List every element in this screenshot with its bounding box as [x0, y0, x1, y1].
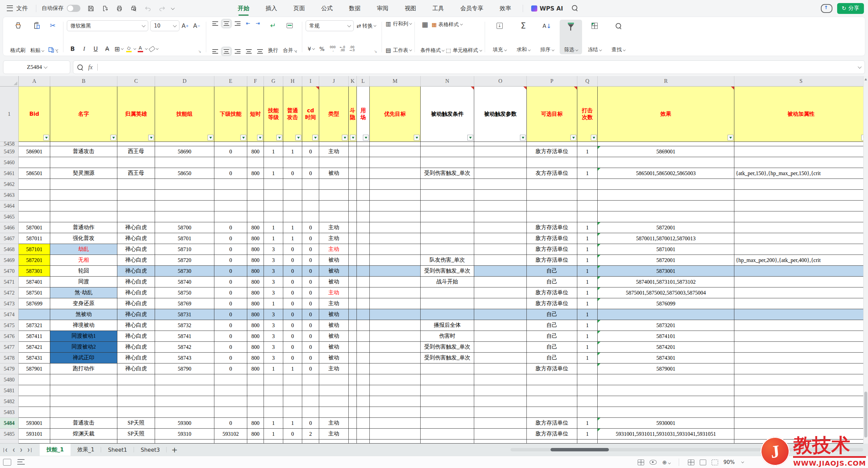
cell-E5481[interactable]	[214, 385, 247, 396]
cell-F5458[interactable]	[247, 142, 264, 146]
cell-C5481[interactable]	[117, 385, 155, 396]
row-header-5466[interactable]: 5466	[0, 222, 19, 233]
cell-A5464[interactable]	[19, 201, 50, 211]
cell-L5477[interactable]	[357, 342, 370, 353]
cell-P5481[interactable]	[527, 385, 577, 396]
cell-K5467[interactable]	[349, 233, 357, 244]
排序-button[interactable]: A↓排序	[536, 20, 558, 54]
cell-D5471[interactable]: 58740	[155, 277, 214, 287]
row-header-5459[interactable]: 5459	[0, 146, 19, 157]
header-cell-N[interactable]: 被动触发条件	[421, 87, 474, 142]
cell-F5480[interactable]	[247, 374, 264, 385]
cell-J5473[interactable]: 主动	[319, 298, 349, 309]
header-cell-B[interactable]: 名字	[50, 87, 117, 142]
row-header-5474[interactable]: 5474	[0, 309, 19, 320]
cell-Q5461[interactable]: 1	[577, 168, 598, 179]
cell-A5459[interactable]: 586901	[19, 146, 50, 157]
cell-F5469[interactable]: 800	[247, 255, 264, 266]
column-header-F[interactable]: F	[247, 76, 264, 87]
filter-button-G[interactable]	[276, 135, 282, 141]
row-header-5460[interactable]: 5460	[0, 157, 19, 168]
cell-A5479[interactable]: 587901	[19, 363, 50, 374]
font-name-select[interactable]: 微软雅黑	[67, 20, 148, 31]
cell-C5464[interactable]	[117, 201, 155, 211]
font-expand-icon[interactable]: ↘	[198, 49, 201, 54]
formula-input[interactable]: fx	[73, 60, 865, 74]
cell-F5484[interactable]: 800	[247, 418, 264, 429]
cell-D5460[interactable]	[155, 157, 214, 168]
column-header-M[interactable]: M	[370, 76, 421, 87]
cell-G5471[interactable]: 3	[264, 277, 283, 287]
cell-B5465[interactable]	[50, 211, 117, 222]
column-header-B[interactable]: B	[50, 76, 117, 87]
cell-C5484[interactable]: SP天照	[117, 418, 155, 429]
cell-O5484[interactable]	[474, 418, 527, 429]
cell-E5467[interactable]: 0	[214, 233, 247, 244]
cell-O5464[interactable]	[474, 201, 527, 211]
cell-A5483[interactable]	[19, 407, 50, 418]
row-header-5481[interactable]: 5481	[0, 385, 19, 396]
wrap-text-button[interactable]: ↵ 换行	[266, 20, 281, 54]
cell-N5481[interactable]	[421, 385, 474, 396]
cell-D5462[interactable]	[155, 179, 214, 190]
cell-R5469[interactable]: 5872001	[598, 255, 734, 266]
row-header-5463[interactable]: 5463	[0, 190, 19, 201]
filter-button-Q[interactable]	[591, 135, 597, 141]
cell-Q5462[interactable]	[577, 179, 598, 190]
cell-G5484[interactable]: 1	[264, 418, 283, 429]
cell-B5477[interactable]: 同渡被动2	[50, 342, 117, 353]
cell-O5485[interactable]	[474, 429, 527, 439]
increase-font-button[interactable]: A+	[179, 21, 191, 31]
cell-S5483[interactable]	[734, 407, 868, 418]
cell-P5471[interactable]: 自己	[527, 277, 577, 287]
cell-B5471[interactable]: 同渡	[50, 277, 117, 287]
cell-G5464[interactable]	[264, 201, 283, 211]
cell-P5458[interactable]	[527, 142, 577, 146]
row-header-5461[interactable]: 5461	[0, 168, 19, 179]
filter-button-O[interactable]	[520, 135, 526, 141]
cell-I5483[interactable]	[302, 407, 319, 418]
column-header-L[interactable]: L	[357, 76, 370, 87]
cell-E5484[interactable]: 0	[214, 418, 247, 429]
cell-I5476[interactable]: 0	[302, 331, 319, 342]
cell-N5471[interactable]: 战斗开始	[421, 277, 474, 287]
cell-C[interactable]	[117, 439, 155, 444]
cell-B5469[interactable]: 无相	[50, 255, 117, 266]
cell-N5467[interactable]	[421, 233, 474, 244]
cell-S5465[interactable]	[734, 211, 868, 222]
cell-E5476[interactable]: 0	[214, 331, 247, 342]
cell-B5468[interactable]: 劫乱	[50, 244, 117, 255]
cell-D5470[interactable]: 58730	[155, 266, 214, 277]
column-header-D[interactable]: D	[155, 76, 214, 87]
cell-F5459[interactable]: 800	[247, 146, 264, 157]
cell-K5458[interactable]	[349, 142, 357, 146]
cell-I5468[interactable]: 0	[302, 244, 319, 255]
cell-D5476[interactable]: 58741	[155, 331, 214, 342]
查找-button[interactable]: 查找	[607, 20, 630, 54]
cell-J5484[interactable]: 主动	[319, 418, 349, 429]
last-sheet-icon[interactable]: ❯|	[27, 447, 33, 452]
cell-I5465[interactable]	[302, 211, 319, 222]
cell-C5478[interactable]: 禅心白虎	[117, 353, 155, 363]
cell-J5463[interactable]	[319, 190, 349, 201]
fill-color-button[interactable]: ◇	[124, 44, 136, 54]
cell-J5461[interactable]: 被动	[319, 168, 349, 179]
cell-H5472[interactable]: 0	[283, 287, 302, 298]
row-header-partial[interactable]	[0, 439, 19, 444]
cell-D5465[interactable]	[155, 211, 214, 222]
cell-M5464[interactable]	[370, 201, 421, 211]
cell-F5483[interactable]	[247, 407, 264, 418]
cell-S5481[interactable]	[734, 385, 868, 396]
row-header-1[interactable]: 1	[0, 87, 19, 142]
filter-button-H[interactable]	[295, 135, 301, 141]
cell-F5482[interactable]	[247, 396, 264, 407]
cell-Q5466[interactable]: 1	[577, 222, 598, 233]
cell-I5460[interactable]	[302, 157, 319, 168]
cell-P5472[interactable]: 敌方存活单位	[527, 287, 577, 298]
cell-M5473[interactable]	[370, 298, 421, 309]
cell-Q5479[interactable]	[577, 363, 598, 374]
cell-A5477[interactable]: 587421	[19, 342, 50, 353]
cell-D5475[interactable]: 58732	[155, 320, 214, 331]
cell-L5476[interactable]	[357, 331, 370, 342]
cell-O5472[interactable]	[474, 287, 527, 298]
